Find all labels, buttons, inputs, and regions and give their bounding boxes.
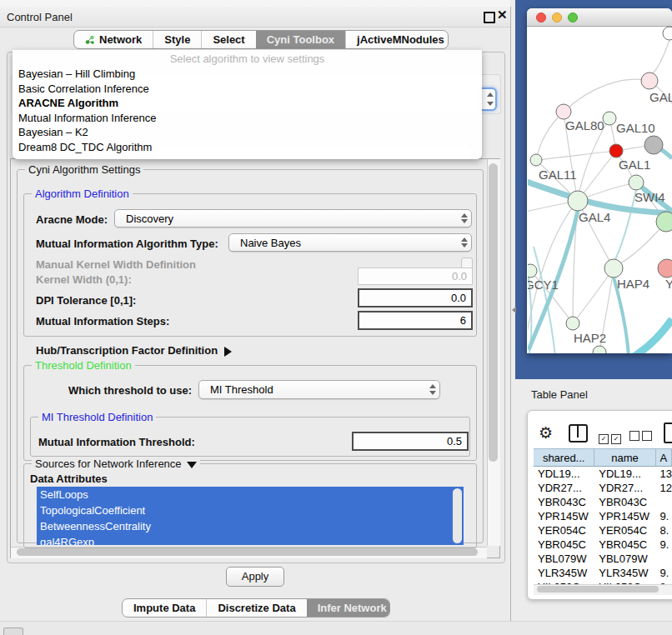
- attribute-item-selfloops[interactable]: SelfLoops: [37, 487, 464, 502]
- network-node[interactable]: [566, 317, 579, 330]
- combo-arrows-icon: [458, 210, 471, 227]
- network-node[interactable]: [658, 259, 672, 278]
- table-row[interactable]: YER054CYER054C8.: [534, 523, 672, 538]
- kernel-width-field[interactable]: 0.0: [358, 268, 473, 285]
- network-edge: [528, 243, 531, 353]
- split-divider: [577, 426, 579, 438]
- close-icon[interactable]: ✕: [497, 8, 508, 22]
- table-row[interactable]: YBR043CYBR043C: [534, 495, 672, 509]
- attribute-item-gal4rgexp[interactable]: gal4RGexp: [37, 534, 464, 545]
- tab-discretize-data[interactable]: Discretize Data: [206, 599, 306, 617]
- focused-combo-fragment[interactable]: [481, 88, 497, 111]
- table-row[interactable]: YBL079WYBL079W: [534, 552, 672, 566]
- table-cell: 12: [656, 481, 672, 495]
- close-traffic-light[interactable]: [536, 12, 546, 22]
- kernel-width-label: Kernel Width (0,1):: [36, 273, 132, 286]
- screen: Control Panel ✕ NetworkStyleSelectCyni T…: [0, 0, 672, 635]
- network-edge: [634, 319, 672, 353]
- node-label-gcy1: GCY1: [528, 278, 559, 292]
- zoom-traffic-light[interactable]: [568, 12, 578, 22]
- column-header-name[interactable]: name: [594, 448, 655, 467]
- deselect-all-checkboxes-icon[interactable]: [629, 429, 652, 444]
- which-threshold-combo[interactable]: MI Threshold: [198, 380, 440, 399]
- gear-icon[interactable]: ⚙: [539, 423, 553, 442]
- tab-style[interactable]: Style: [153, 31, 201, 48]
- table-header-row: shared...nameA: [534, 448, 672, 467]
- network-canvas[interactable]: GALGAL80GAL10GAL11GAL1SWI4GAL4GCY1HAP4YH…: [528, 26, 672, 353]
- network-node[interactable]: [663, 27, 672, 40]
- tab-infer-network[interactable]: Infer Network: [307, 599, 390, 617]
- network-node[interactable]: [629, 175, 644, 190]
- network-node[interactable]: [556, 104, 571, 119]
- node-label-gal10: GAL10: [616, 121, 655, 135]
- network-window-titlebar[interactable]: [527, 8, 672, 27]
- table-row[interactable]: YLR345WYLR345W9.: [534, 566, 672, 580]
- network-node[interactable]: [604, 259, 623, 278]
- dropdown-item-dream8-dc-tdc-algorithm[interactable]: Dream8 DC_TDC Algorithm: [13, 140, 482, 155]
- network-node[interactable]: [530, 154, 542, 166]
- dropdown-item-aracne-algorithm[interactable]: ARACNE Algorithm: [13, 96, 482, 111]
- table-cell: [656, 552, 672, 566]
- apply-button[interactable]: Apply: [226, 567, 284, 587]
- network-node[interactable]: [528, 264, 537, 278]
- network-node[interactable]: [644, 136, 663, 154]
- table-scrollbar-thumb[interactable]: [537, 586, 659, 592]
- tab-select[interactable]: Select: [201, 31, 255, 48]
- split-columns-icon[interactable]: [569, 424, 588, 442]
- sources-title[interactable]: Sources for Network Inference: [32, 458, 200, 470]
- select-all-checkboxes-icon[interactable]: ✓✓: [599, 429, 621, 444]
- data-attributes-list[interactable]: SelfLoopsTopologicalCoefficientBetweenne…: [37, 487, 464, 545]
- network-node[interactable]: [656, 212, 672, 232]
- attribute-item-topologicalcoefficient[interactable]: TopologicalCoefficient: [37, 502, 464, 518]
- dpi-tolerance-label: DPI Tolerance [0,1]:: [36, 294, 136, 307]
- table-cell: YER054C: [534, 523, 594, 538]
- tab-cyni-toolbox[interactable]: Cyni Toolbox: [256, 31, 345, 48]
- network-node[interactable]: [603, 112, 616, 125]
- dpi-tolerance-field[interactable]: 0.0: [358, 288, 473, 308]
- horizontal-scrollbar-thumb[interactable]: [17, 548, 478, 556]
- network-edge: [536, 151, 616, 160]
- minimized-panel-fragment[interactable]: [3, 628, 23, 635]
- table-cell: YDL19...: [534, 467, 594, 481]
- table-row[interactable]: YDR27...YDR27...12: [534, 481, 672, 495]
- network-node[interactable]: [641, 72, 658, 89]
- network-node[interactable]: [568, 191, 588, 211]
- attributes-scrollbar[interactable]: [453, 488, 462, 543]
- column-header-a[interactable]: A: [656, 448, 672, 467]
- aracne-mode-combo[interactable]: Discovery: [114, 209, 472, 228]
- tab-label: jActiveMNodules: [357, 33, 444, 46]
- mi-steps-label: Mutual Information Steps:: [36, 315, 169, 328]
- tab-impute-data[interactable]: Impute Data: [123, 599, 206, 617]
- node-label-gal: GAL: [649, 90, 672, 104]
- table-row[interactable]: YBR045CYBR045C9.: [534, 538, 672, 552]
- dropdown-item-bayesian-k2[interactable]: Bayesian – K2: [13, 125, 482, 140]
- panel-divider-arrow-icon[interactable]: [512, 307, 516, 313]
- dropdown-item-mutual-information-inference[interactable]: Mutual Information Inference: [13, 111, 482, 126]
- table-row[interactable]: YPR145WYPR145W9.: [534, 509, 672, 523]
- dropdown-item-basic-correlation-inference[interactable]: Basic Correlation Inference: [13, 82, 482, 97]
- table-panel-title: Table Panel: [531, 388, 588, 401]
- top-strip: [0, 0, 510, 7]
- minimize-traffic-light[interactable]: [552, 12, 562, 22]
- mi-type-label: Mutual Information Algorithm Type:: [36, 238, 218, 250]
- mi-type-combo[interactable]: Naive Bayes: [228, 233, 472, 252]
- network-graph[interactable]: GALGAL80GAL10GAL11GAL1SWI4GAL4GCY1HAP4YH…: [528, 26, 672, 353]
- network-icon: [85, 35, 95, 45]
- table-row[interactable]: YDL19...YDL19...13: [534, 467, 672, 481]
- column-header-shared[interactable]: shared...: [534, 448, 594, 467]
- manual-kernel-label: Manual Kernel Width Definition: [36, 258, 196, 271]
- mi-threshold-field[interactable]: 0.5: [352, 432, 469, 451]
- mi-steps-field[interactable]: 6: [358, 311, 473, 330]
- table-cell: YDR27...: [594, 481, 655, 495]
- hub-definition-header[interactable]: Hub/Transcription Factor Definition: [36, 344, 232, 357]
- network-node[interactable]: [609, 144, 623, 158]
- tab-jactivemnodules[interactable]: jActiveMNodules: [345, 31, 449, 48]
- network-node[interactable]: [593, 346, 606, 353]
- vertical-scrollbar-thumb[interactable]: [489, 163, 498, 462]
- combo-arrows-icon: [426, 381, 439, 398]
- attribute-item-betweennesscentrality[interactable]: BetweennessCentrality: [37, 518, 464, 534]
- tab-network[interactable]: Network: [74, 31, 153, 48]
- file-icon[interactable]: [664, 422, 672, 443]
- dropdown-item-bayesian-hill-climbing[interactable]: Bayesian – Hill Climbing: [13, 67, 482, 82]
- float-icon[interactable]: [484, 12, 495, 23]
